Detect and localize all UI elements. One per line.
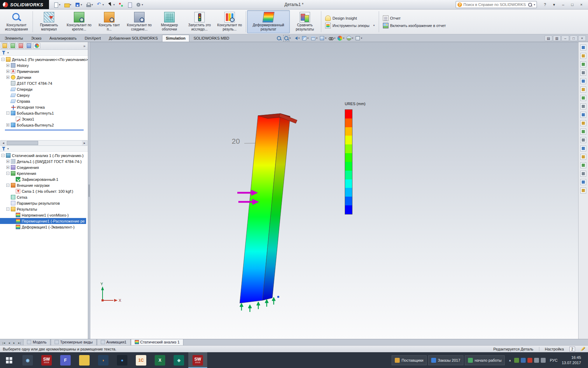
- tree-item[interactable]: + Бобышка-Вытянуть2: [0, 122, 55, 128]
- suppliers[interactable]: Поставщики: [392, 355, 427, 365]
- options[interactable]: [134, 1, 145, 8]
- tree-item[interactable]: + Примечания: [0, 68, 41, 74]
- apply-material[interactable]: Применить материал: [34, 10, 64, 33]
- tree-item[interactable]: + Соединения: [0, 164, 40, 170]
- tree-item[interactable]: Сила-1 (:На объект: 100 kgf:): [0, 188, 75, 194]
- tab-3d-views[interactable]: Трехмерные виды: [51, 339, 97, 345]
- chart[interactable]: [579, 128, 588, 135]
- mass-properties[interactable]: [579, 136, 588, 144]
- hide-show-items[interactable]: [328, 35, 336, 41]
- pack-and-go[interactable]: [579, 111, 588, 118]
- configuration-manager[interactable]: [17, 43, 24, 49]
- prev-tab[interactable]: ◄: [7, 341, 12, 345]
- zoom-area[interactable]: [283, 35, 292, 41]
- select[interactable]: [106, 1, 116, 8]
- deformed-beam[interactable]: [240, 114, 297, 303]
- display-style[interactable]: [318, 35, 327, 41]
- tile[interactable]: ▥: [553, 35, 561, 41]
- view-settings[interactable]: [354, 35, 363, 41]
- tree-item[interactable]: - Крепления: [0, 170, 37, 176]
- fixtures-advisor[interactable]: Консультант по крепле...: [64, 10, 94, 33]
- solidworks-2015[interactable]: SW 2015: [37, 352, 56, 368]
- tree-item[interactable]: + History: [0, 62, 30, 68]
- zoom-fit[interactable]: [275, 35, 282, 41]
- property-manager[interactable]: [9, 43, 16, 49]
- tray-app-red[interactable]: [527, 358, 532, 363]
- appearances[interactable]: [579, 94, 588, 102]
- report[interactable]: Отчет: [383, 15, 446, 21]
- first-tab[interactable]: |◄: [1, 341, 7, 345]
- tree-item[interactable]: Напряжение1 (-vonMises-): [0, 212, 70, 218]
- deformed-result[interactable]: Деформированный результат: [247, 10, 290, 33]
- tree-item[interactable]: - Деталь1 (По умолчанию<<По умолчанию>: [0, 56, 88, 62]
- tree-item[interactable]: - Статический анализ 1 (-По умолчанию-): [0, 152, 85, 158]
- media-app[interactable]: ◉: [18, 352, 37, 368]
- tree-item[interactable]: Сетка: [0, 194, 29, 200]
- tab-elements[interactable]: Элементы: [1, 35, 27, 42]
- custom-properties[interactable]: [579, 102, 588, 110]
- 1c-enterprise[interactable]: 1С: [132, 352, 150, 368]
- tree-item[interactable]: Деформация1 (-Эквивалент-): [0, 224, 76, 230]
- tree-item[interactable]: - Бобышка-Вытянуть1: [0, 110, 55, 116]
- cascade[interactable]: ▤: [545, 35, 552, 41]
- scrollbar-track[interactable]: [6, 141, 82, 145]
- minimize-document[interactable]: –: [561, 35, 569, 41]
- firefox[interactable]: ◗: [94, 352, 113, 368]
- plot-tools[interactable]: Инструменты эпюры: [325, 23, 375, 28]
- study-advisor[interactable]: Консультант исследования: [1, 10, 31, 33]
- tree-item[interactable]: - Внешние нагрузки: [0, 182, 51, 188]
- search-icon[interactable]: [528, 2, 532, 7]
- scroll-left-icon[interactable]: ◄: [1, 141, 6, 145]
- document-properties[interactable]: [579, 52, 588, 60]
- tab-analyze[interactable]: Анализировать: [46, 35, 80, 42]
- minimize[interactable]: –: [559, 1, 568, 8]
- tree-item[interactable]: Перемещение1 (-Расположение ре: [0, 218, 86, 224]
- file-properties[interactable]: [126, 1, 134, 8]
- mesh-tool[interactable]: [579, 144, 588, 152]
- view-orientation[interactable]: [310, 35, 318, 41]
- previous-view[interactable]: [292, 35, 301, 41]
- expand-toggle[interactable]: +: [6, 70, 9, 73]
- new-document[interactable]: [52, 1, 62, 8]
- scrollbar-thumb[interactable]: [7, 141, 38, 145]
- open-document[interactable]: [63, 1, 73, 8]
- expand-toggle[interactable]: -: [1, 58, 5, 61]
- tab-simulation[interactable]: Simulation: [162, 35, 189, 42]
- expand-toggle[interactable]: +: [6, 123, 9, 127]
- expand-toggle[interactable]: +: [6, 64, 9, 67]
- tree-item[interactable]: Параметры результатов: [0, 200, 61, 206]
- layers[interactable]: [579, 178, 588, 186]
- close[interactable]: ×: [577, 1, 586, 8]
- taskbar-clock[interactable]: 16:45 13.07.2017: [562, 355, 582, 365]
- tab-solidworks-mbd[interactable]: SOLIDWORKS MBD: [190, 35, 233, 42]
- search-input[interactable]: [463, 2, 526, 7]
- tab-sketch[interactable]: Эскиз: [27, 35, 45, 42]
- dimension-label[interactable]: 20: [232, 137, 240, 145]
- getting-started[interactable]: начало работы: [465, 355, 505, 365]
- rebuild[interactable]: [117, 1, 125, 8]
- design-library[interactable]: [579, 69, 588, 76]
- cursor[interactable]: [579, 43, 588, 51]
- solidworks-2015-running[interactable]: SW 2015: [188, 352, 207, 368]
- orders-2017[interactable]: Заказы 2017: [428, 355, 463, 365]
- expand-toggle[interactable]: -: [6, 172, 9, 175]
- tree-item[interactable]: Исходная точка: [0, 104, 46, 110]
- restore[interactable]: □: [568, 1, 577, 8]
- folder[interactable]: [579, 119, 588, 127]
- fine-reader[interactable]: F: [56, 352, 75, 368]
- edit-appearance[interactable]: [336, 35, 345, 41]
- expand-toggle[interactable]: +: [6, 166, 9, 169]
- tree-item[interactable]: + Деталь1 (-[SW]Д16Т ГОСТ 4784-74-): [0, 158, 83, 164]
- vertex-marker[interactable]: [277, 296, 279, 298]
- scroll-right-icon[interactable]: ►: [82, 141, 87, 145]
- connections-advisor[interactable]: Консультант по соедине...: [124, 10, 154, 33]
- expand-toggle[interactable]: -: [1, 154, 5, 157]
- tree-item[interactable]: Сверху: [0, 92, 31, 98]
- filter-funnel-icon[interactable]: [2, 51, 6, 55]
- expand-toggle[interactable]: -: [6, 111, 9, 115]
- display-settings[interactable]: [534, 358, 539, 363]
- language-indicator[interactable]: РУС: [548, 358, 559, 362]
- search-scope-caret-icon[interactable]: ▾: [534, 3, 535, 6]
- help-menu[interactable]: ▾: [550, 1, 559, 8]
- save[interactable]: [74, 1, 84, 8]
